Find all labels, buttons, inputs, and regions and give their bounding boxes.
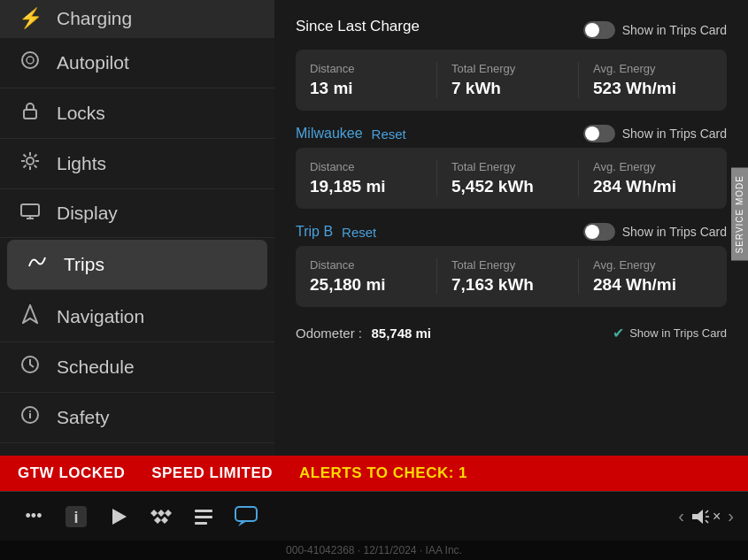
svg-rect-26 [235, 507, 257, 521]
sidebar-item-charging[interactable]: ⚡ Charging [0, 0, 274, 38]
display-icon [18, 202, 42, 225]
content-area: Since Last Charge Show in Trips Card Dis… [274, 0, 748, 456]
trip-b-toggle[interactable] [583, 223, 615, 241]
autopilot-icon [18, 50, 42, 75]
screen: ⚡ Charging Autopilot [0, 0, 748, 560]
trip-b-energy-label: Total Energy [451, 258, 571, 272]
sidebar-item-display[interactable]: Display [0, 189, 274, 238]
trips-icon [25, 252, 50, 277]
alerts-status: ALERTS TO CHECK: 1 [299, 464, 467, 482]
chevron-left-icon[interactable]: ‹ [678, 506, 684, 526]
svg-rect-2 [24, 110, 36, 119]
sidebar-item-autopilot[interactable]: Autopilot [0, 38, 274, 88]
menu-button[interactable] [184, 497, 223, 536]
tidal-button[interactable] [142, 497, 181, 536]
chevron-right-icon[interactable]: › [728, 506, 734, 526]
sidebar-item-trips[interactable]: Trips [7, 240, 267, 290]
trip-b-header: Trip B Reset Show in Trips Card [296, 223, 727, 241]
sidebar-item-safety-label: Safety [57, 407, 110, 428]
service-mode-tab: SERVICE MODE [731, 168, 748, 261]
footer-watermark: 000-41042368 · 12/11/2024 · IAA Inc. [0, 541, 748, 560]
sidebar-item-service[interactable]: Service [0, 443, 274, 456]
sidebar-item-locks[interactable]: Locks [0, 88, 274, 139]
trip-b-name: Trip B [296, 224, 333, 240]
svg-line-9 [35, 165, 37, 168]
lock-icon [18, 101, 42, 126]
sidebar-item-safety[interactable]: Safety [0, 393, 274, 443]
trip-a-name: Milwaukee [296, 126, 363, 142]
navigation-icon [18, 304, 42, 329]
since-last-charge-header: Since Last Charge Show in Trips Card [296, 18, 727, 42]
play-icon [109, 507, 128, 526]
trip-a-distance-label: Distance [310, 160, 429, 173]
trip-a-energy-value: 5,452 kWh [451, 177, 571, 196]
sidebar-item-navigation-label: Navigation [57, 306, 144, 327]
svg-point-0 [22, 52, 38, 68]
volume-x-icon: × [713, 509, 721, 525]
odometer-row: Odometer : 85,748 mi ✔ Show in Trips Car… [296, 321, 727, 345]
since-last-charge-stats: Distance 13 mi Total Energy 7 kWh Avg. E… [296, 50, 727, 111]
play-button[interactable] [99, 497, 138, 536]
svg-rect-25 [195, 522, 207, 525]
svg-point-3 [27, 157, 34, 165]
since-last-charge-energy-value: 7 kWh [451, 79, 571, 98]
chat-button[interactable] [227, 497, 266, 536]
trip-a-reset-button[interactable]: Reset [372, 127, 406, 142]
since-last-charge-toggle-row[interactable]: Show in Trips Card [583, 21, 727, 39]
trip-a-distance-value: 19,185 mi [310, 177, 429, 196]
since-last-charge-avg-value: 523 Wh/mi [593, 79, 713, 98]
svg-rect-23 [195, 510, 212, 512]
info-button[interactable]: i [57, 497, 96, 536]
svg-point-19 [29, 410, 31, 412]
trip-b-toggle-row[interactable]: Show in Trips Card [583, 223, 727, 241]
trip-b-toggle-label: Show in Trips Card [622, 225, 727, 239]
since-last-charge-avg-label: Avg. Energy [593, 62, 713, 75]
trip-a-toggle-row[interactable]: Show in Trips Card [583, 125, 727, 142]
trip-b-distance-label: Distance [310, 258, 429, 272]
tidal-icon [150, 508, 172, 525]
lights-icon [18, 151, 42, 176]
volume-control[interactable]: × [691, 509, 721, 525]
odometer-trips-card[interactable]: ✔ Show in Trips Card [613, 325, 727, 341]
more-button[interactable]: ••• [14, 497, 53, 536]
svg-line-31 [706, 520, 708, 523]
trip-a-header: Milwaukee Reset Show in Trips Card [296, 125, 727, 142]
svg-line-29 [706, 510, 708, 513]
trip-a-section: Milwaukee Reset Show in Trips Card Dista… [296, 125, 727, 209]
sidebar-item-navigation[interactable]: Navigation [0, 292, 274, 342]
volume-icon [691, 509, 709, 525]
trip-a-toggle[interactable] [583, 125, 615, 142]
trip-a-header-left: Milwaukee Reset [296, 126, 406, 142]
trip-b-header-left: Trip B Reset [296, 224, 376, 240]
svg-line-8 [24, 155, 27, 157]
svg-rect-12 [21, 204, 39, 216]
trip-a-stats: Distance 19,185 mi Total Energy 5,452 kW… [296, 148, 727, 209]
odometer-label: Odometer : [296, 326, 362, 341]
svg-marker-15 [23, 305, 37, 323]
more-icon: ••• [26, 507, 42, 525]
sidebar-item-schedule-label: Schedule [57, 357, 135, 378]
sidebar-item-schedule[interactable]: Schedule [0, 342, 274, 393]
since-last-charge-toggle[interactable] [583, 21, 615, 39]
trip-b-avg-label: Avg. Energy [593, 258, 713, 272]
sidebar-item-display-label: Display [57, 203, 118, 224]
sidebar-item-lights[interactable]: Lights [0, 139, 274, 189]
sidebar-item-trips-label: Trips [64, 254, 104, 275]
sidebar-item-lights-label: Lights [57, 153, 106, 174]
since-last-charge-toggle-label: Show in Trips Card [622, 23, 727, 37]
trip-b-avg-value: 284 Wh/mi [593, 275, 713, 295]
taskbar-right: ‹ × › [678, 506, 734, 526]
sidebar-item-autopilot-label: Autopilot [57, 52, 129, 73]
speed-limited-status: SPEED LIMITED [151, 464, 273, 482]
trip-a-energy-label: Total Energy [451, 160, 571, 173]
trip-b-reset-button[interactable]: Reset [342, 225, 376, 240]
svg-point-1 [27, 57, 34, 64]
status-bar: GTW LOCKED SPEED LIMITED ALERTS TO CHECK… [0, 456, 748, 491]
odometer-trips-card-label: Show in Trips Card [629, 326, 727, 340]
svg-line-11 [24, 165, 27, 168]
trip-a-avg-value: 284 Wh/mi [593, 177, 713, 196]
svg-text:i: i [73, 509, 78, 526]
trip-a-avg-label: Avg. Energy [593, 160, 713, 173]
trip-a-energy: Total Energy 5,452 kWh [436, 160, 571, 196]
sidebar: ⚡ Charging Autopilot [0, 0, 274, 456]
